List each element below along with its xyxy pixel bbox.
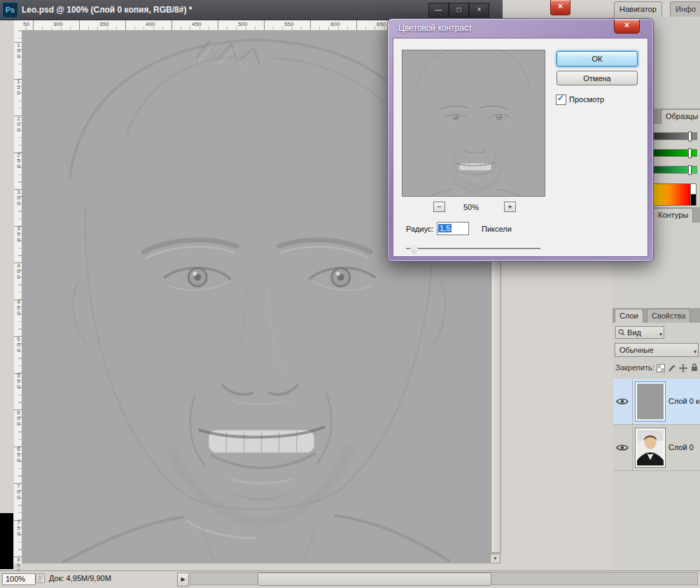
dialog-body: − 50% + ОК Отмена ✓ Просмотр Радиус: 1,5…	[393, 38, 648, 257]
chevron-down-icon: ▾	[694, 346, 696, 358]
zoom-level-field[interactable]: 100%	[2, 573, 36, 585]
eye-icon[interactable]	[616, 398, 629, 405]
ruler-tick-label: 150	[15, 78, 21, 95]
ruler-tick-label: 250	[15, 152, 21, 169]
visibility-cell[interactable]	[613, 425, 633, 470]
minimize-button[interactable]: —	[428, 3, 449, 18]
document-title: Leo.psd @ 100% (Слой 0 копия, RGB/8#) *	[22, 0, 192, 20]
filter-preview[interactable]	[402, 50, 545, 197]
radius-value: 1,5	[438, 224, 451, 232]
layer-name[interactable]: Слой 0	[668, 443, 700, 451]
document-titlebar[interactable]: Ps Leo.psd @ 100% (Слой 0 копия, RGB/8#)…	[0, 0, 503, 20]
ruler-tick-label: 600	[15, 410, 21, 426]
ruler-tick-label: 400	[15, 262, 21, 279]
ruler-tick-label: 50	[23, 22, 29, 27]
tab-swatches[interactable]: Образцы	[661, 109, 700, 124]
blend-mode-value: Обычные	[620, 346, 654, 354]
filter-preview-image	[402, 50, 545, 196]
lock-position-icon[interactable]	[679, 363, 687, 375]
tab-layers[interactable]: Слои	[615, 309, 643, 323]
close-window-button[interactable]: ×	[469, 3, 489, 18]
radius-input[interactable]: 1,5	[437, 222, 469, 235]
channel-slider-thumb[interactable]	[688, 132, 692, 141]
layer-filter-dropdown[interactable]: Вид ▾	[615, 326, 664, 339]
visibility-cell[interactable]	[613, 379, 633, 424]
eye-icon[interactable]	[616, 444, 629, 451]
ruler-tick-label: 650	[15, 446, 21, 463]
chevron-down-icon: ▾	[659, 329, 662, 340]
horizontal-scrollbar-thumb[interactable]	[258, 573, 491, 586]
check-icon: ✓	[557, 93, 564, 103]
status-doc-icon	[36, 573, 45, 586]
layer-filter-label: Вид	[627, 328, 641, 337]
status-popup-button[interactable]: ▶	[177, 573, 189, 587]
preview-checkbox-label: Просмотр	[569, 95, 604, 104]
app-close-button[interactable]: ×	[550, 0, 570, 15]
tab-paths[interactable]: Контуры	[653, 208, 693, 223]
scroll-down-button[interactable]: ▼	[490, 554, 500, 564]
slider-thumb[interactable]	[410, 242, 418, 255]
ok-button[interactable]: ОК	[556, 51, 638, 66]
photoshop-logo-icon: Ps	[2, 2, 18, 18]
ruler-tick-label: 450	[192, 22, 201, 27]
ruler-tick-label: 350	[15, 225, 21, 242]
lock-label: Закрепить:	[615, 363, 654, 372]
dialog-title: Цветовой контраст	[398, 23, 472, 33]
blend-mode-dropdown[interactable]: Обычные ▾	[615, 343, 699, 357]
layer-thumbnail[interactable]	[636, 428, 665, 467]
radius-slider[interactable]	[406, 241, 540, 257]
ruler-tick-label: 550	[15, 372, 21, 389]
ruler-tick-label: 750	[15, 519, 21, 536]
ruler-tick-label: 400	[146, 22, 155, 27]
layer-photo-thumbnail	[637, 430, 664, 465]
ruler-tick-label: 300	[53, 22, 62, 27]
ruler-tick-label: 500	[238, 22, 247, 27]
tab-navigator[interactable]: Навигатор	[614, 1, 662, 17]
ruler-tick-label: 650	[377, 22, 386, 27]
layer-row-original[interactable]: Слой 0	[613, 425, 700, 471]
document-size-info: Док: 4,95М/9,90М	[49, 574, 111, 582]
ruler-tick-label: 550	[284, 22, 293, 27]
cancel-button[interactable]: Отмена	[556, 71, 638, 85]
photoshop-application: Ps Leo.psd @ 100% (Слой 0 копия, RGB/8#)…	[0, 0, 700, 588]
radius-label: Радиус:	[406, 225, 434, 233]
radius-units-label: Пиксели	[482, 225, 512, 233]
ruler-tick-label: 700	[15, 483, 21, 500]
lock-all-icon[interactable]	[691, 362, 698, 374]
ruler-tick-label: 600	[330, 22, 340, 27]
layer-name[interactable]: Слой 0 копия	[668, 397, 700, 405]
lock-pixels-icon[interactable]	[668, 363, 676, 375]
foreground-color-swatch[interactable]	[0, 513, 13, 569]
maximize-button[interactable]: □	[449, 3, 469, 18]
ruler-tick-label: 450	[15, 299, 21, 316]
channel-slider-thumb[interactable]	[688, 165, 692, 175]
ruler-tick-label: 200	[15, 115, 21, 132]
ruler-tick-label: 100	[15, 42, 21, 59]
layer-thumbnail[interactable]	[636, 382, 665, 421]
ruler-tick-label: 350	[99, 22, 108, 27]
preview-zoom-level: 50%	[449, 203, 493, 211]
dialog-close-button[interactable]: ×	[614, 20, 640, 34]
magnifier-icon	[618, 329, 625, 336]
ruler-tick-label: 300	[15, 189, 21, 206]
preview-zoom-out-button[interactable]: −	[433, 202, 445, 212]
spectrum-black-patch[interactable]	[690, 194, 696, 206]
high-pass-dialog: Цветовой контраст × − 50% + ОК Отмена ✓ …	[387, 18, 654, 262]
tab-properties[interactable]: Свойства	[647, 309, 690, 323]
ruler-tick-label: 500	[15, 336, 21, 353]
tab-info[interactable]: Инфо	[670, 1, 700, 17]
preview-checkbox[interactable]: ✓	[556, 94, 566, 105]
layer-row-copy[interactable]: Слой 0 копия	[613, 379, 700, 425]
channel-slider-thumb[interactable]	[688, 148, 692, 158]
preview-zoom-in-button[interactable]: +	[504, 202, 516, 212]
lock-transparency-icon[interactable]	[657, 363, 665, 375]
slider-track[interactable]	[406, 248, 540, 250]
